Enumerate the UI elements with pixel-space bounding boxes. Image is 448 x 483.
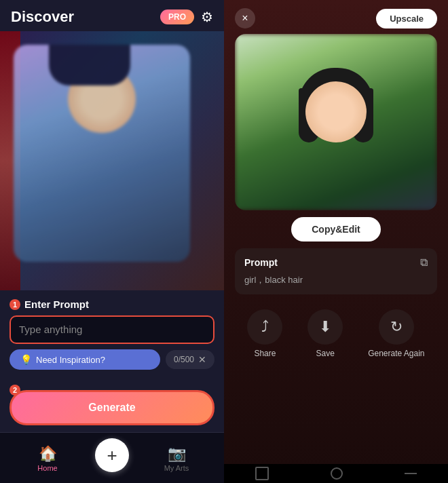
anime-face <box>288 68 384 190</box>
prompt-label: 1 Enter Prompt <box>10 298 214 310</box>
save-label: Save <box>316 349 335 358</box>
nav-myarts[interactable]: 📷 My Arts <box>129 445 224 472</box>
app-title: Discover <box>11 8 74 26</box>
nav-home[interactable]: 🏠 Home <box>0 445 95 472</box>
copy-edit-button[interactable]: Copy&Edit <box>291 217 381 242</box>
inspiration-row: 💡 Need Inspiration? 0/500 ✕ <box>10 349 214 370</box>
close-button[interactable]: × <box>235 8 255 28</box>
bottom-nav: 🏠 Home + 📷 My Arts <box>0 432 224 483</box>
anime-character-right <box>235 34 437 210</box>
char-count-wrapper: 0/500 ✕ <box>166 350 214 369</box>
prompt-number: 1 <box>10 299 20 310</box>
clear-icon[interactable]: ✕ <box>198 354 206 365</box>
left-image-area <box>0 31 224 290</box>
inspiration-button[interactable]: 💡 Need Inspiration? <box>10 349 160 370</box>
system-bar-right <box>224 464 448 483</box>
prompt-card-header: Prompt ⧉ <box>244 256 428 269</box>
anime-face-skin <box>305 81 367 142</box>
right-header: × Upscale <box>224 0 448 34</box>
home-icon: 🏠 <box>39 445 57 463</box>
camera-icon: 📷 <box>168 445 186 463</box>
gear-icon[interactable]: ⚙ <box>201 9 213 25</box>
save-action[interactable]: ⬇ Save <box>307 309 343 358</box>
right-panel: × Upscale Copy&Edit Prompt ⧉ girl，black … <box>224 0 448 483</box>
char-count: 0/500 <box>174 355 194 364</box>
prompt-label-text: Enter Prompt <box>24 298 89 310</box>
generate-section: 2 Generate <box>0 382 224 432</box>
share-action[interactable]: ⤴ Share <box>247 309 282 358</box>
download-icon: ⬇ <box>307 309 343 345</box>
pro-badge[interactable]: PRO <box>160 9 194 24</box>
bulb-icon: 💡 <box>20 354 32 365</box>
prompt-section: 1 Enter Prompt Type anything 💡 Need Insp… <box>0 290 224 382</box>
inspiration-label: Need Inspiration? <box>36 355 105 365</box>
share-label: Share <box>254 349 276 358</box>
right-image-area <box>235 34 437 210</box>
prompt-card: Prompt ⧉ girl，black hair <box>235 248 437 294</box>
generate-again-label: Generate Again <box>368 349 424 358</box>
left-header: Discover PRO ⚙ <box>0 0 224 31</box>
anime-character-left <box>14 45 190 262</box>
add-icon: + <box>107 445 117 466</box>
generate-button[interactable]: Generate <box>10 390 214 425</box>
header-right: PRO ⚙ <box>160 9 213 25</box>
refresh-icon: ↻ <box>379 309 414 345</box>
myarts-label: My Arts <box>164 464 189 472</box>
prompt-input-wrapper[interactable]: Type anything <box>10 315 214 344</box>
upscale-button[interactable]: Upscale <box>376 9 437 28</box>
prompt-card-content: girl，black hair <box>244 274 428 286</box>
right-back-button[interactable] <box>255 467 269 480</box>
generate-number: 2 <box>10 385 20 395</box>
generate-again-action[interactable]: ↻ Generate Again <box>368 309 424 358</box>
action-row: ⤴ Share ⬇ Save ↻ Generate Again <box>224 303 448 365</box>
right-home-button[interactable] <box>331 467 343 480</box>
prompt-input[interactable]: Type anything <box>19 324 82 335</box>
nav-add-button[interactable]: + <box>95 438 129 472</box>
left-panel: Discover PRO ⚙ 1 Enter Prompt Type anyth… <box>0 0 224 483</box>
home-label: Home <box>37 464 57 472</box>
prompt-card-title: Prompt <box>244 257 278 268</box>
right-recents-button[interactable] <box>405 473 417 474</box>
copy-prompt-icon[interactable]: ⧉ <box>420 256 428 269</box>
share-icon: ⤴ <box>247 309 282 345</box>
